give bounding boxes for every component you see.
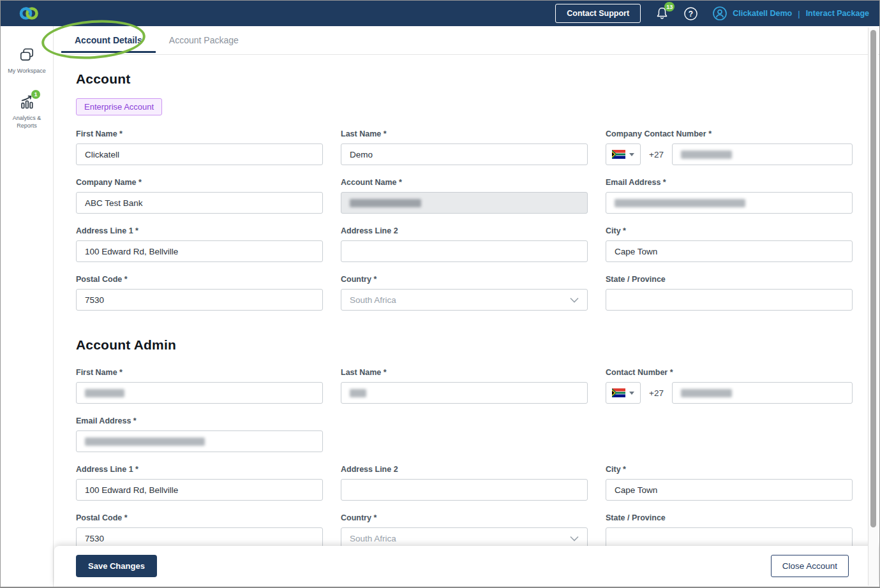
redacted-value xyxy=(85,437,205,446)
user-menu[interactable]: Clickatell Demo xyxy=(712,6,792,21)
notification-count-badge: 13 xyxy=(664,2,675,11)
close-account-button[interactable]: Close Account xyxy=(771,555,849,577)
company-contact-number-input[interactable] xyxy=(672,143,853,165)
field-admin-address-line-2: Address Line 2 xyxy=(341,465,588,501)
field-email-address: Email Address * xyxy=(606,178,853,214)
company-name-label: Company Name * xyxy=(76,178,323,187)
country-select[interactable]: South Africa xyxy=(341,289,588,311)
country-code-select[interactable] xyxy=(606,382,641,404)
admin-address-line-1-label: Address Line 1 * xyxy=(76,465,323,474)
tab-account-details[interactable]: Account Details xyxy=(61,26,156,54)
redacted-value xyxy=(85,389,124,397)
admin-address-line-2-label: Address Line 2 xyxy=(341,465,588,474)
first-name-input[interactable] xyxy=(76,143,323,165)
field-admin-first-name: First Name * xyxy=(76,368,323,404)
field-admin-contact-number: Contact Number * xyxy=(606,368,853,404)
address-line-1-label: Address Line 1 * xyxy=(76,226,323,235)
workspace-folder-icon xyxy=(18,47,36,63)
city-label: City * xyxy=(606,226,853,235)
country-selected-value: South Africa xyxy=(350,534,396,543)
field-account-name: Account Name * xyxy=(341,178,588,214)
action-footer: Save Changes Close Account xyxy=(54,546,878,585)
redacted-value xyxy=(350,199,421,207)
dial-code: +27 xyxy=(649,150,664,159)
interact-package-link[interactable]: Interact Package xyxy=(806,9,869,18)
scrollbar-thumb[interactable] xyxy=(870,30,876,527)
postal-code-label: Postal Code * xyxy=(76,275,323,284)
city-input[interactable] xyxy=(606,240,853,262)
account-section-heading: Account xyxy=(76,71,853,87)
admin-first-name-input[interactable] xyxy=(76,382,323,404)
admin-last-name-label: Last Name * xyxy=(341,368,588,377)
field-admin-last-name: Last Name * xyxy=(341,368,588,404)
admin-last-name-input[interactable] xyxy=(341,382,588,404)
field-admin-state-province: State / Province xyxy=(606,513,853,549)
account-name-input xyxy=(341,192,588,214)
sidebar-item-label: Analytics & Reports xyxy=(6,114,47,129)
country-selected-value: South Africa xyxy=(350,295,396,305)
svg-text:?: ? xyxy=(689,9,693,18)
notifications-button[interactable]: 13 xyxy=(655,6,669,21)
help-button[interactable]: ? xyxy=(683,6,698,21)
dial-code: +27 xyxy=(649,388,664,398)
state-province-label: State / Province xyxy=(606,275,853,284)
first-name-label: First Name * xyxy=(76,129,323,138)
state-province-input[interactable] xyxy=(606,289,853,311)
field-company-contact-number: Company Contact Number * xyxy=(606,129,853,165)
field-admin-country: Country * South Africa xyxy=(341,513,588,549)
chevron-down-icon xyxy=(570,536,579,541)
field-admin-postal-code: Postal Code * xyxy=(76,513,323,549)
account-admin-form: First Name * Last Name * Contact Number … xyxy=(76,368,853,549)
address-line-1-input[interactable] xyxy=(76,240,323,262)
email-address-input[interactable] xyxy=(606,192,853,214)
admin-address-line-1-input[interactable] xyxy=(76,479,323,501)
account-form: First Name * Last Name * Company Contact… xyxy=(76,129,853,311)
admin-address-line-2-input[interactable] xyxy=(341,479,588,501)
postal-code-input[interactable] xyxy=(76,289,323,311)
sidebar-item-my-workspace[interactable]: My Workspace xyxy=(6,47,47,75)
top-navbar: Contact Support 13 ? xyxy=(1,1,879,26)
admin-postal-code-label: Postal Code * xyxy=(76,513,323,522)
account-name-label: Account Name * xyxy=(341,178,588,187)
last-name-label: Last Name * xyxy=(341,129,588,138)
chevron-down-icon xyxy=(629,153,634,156)
last-name-input[interactable] xyxy=(341,143,588,165)
company-name-input[interactable] xyxy=(76,192,323,214)
analytics-chart-icon: 1 xyxy=(18,94,36,110)
field-country: Country * South Africa xyxy=(341,275,588,311)
admin-country-label: Country * xyxy=(341,513,588,522)
chevron-down-icon xyxy=(570,297,579,303)
enterprise-account-badge: Enterprise Account xyxy=(76,98,162,115)
admin-state-province-label: State / Province xyxy=(606,513,853,522)
chevron-down-icon xyxy=(629,392,634,395)
sidebar-item-analytics-reports[interactable]: 1 Analytics & Reports xyxy=(6,94,47,129)
field-admin-address-line-1: Address Line 1 * xyxy=(76,465,323,501)
user-avatar-icon xyxy=(712,6,727,21)
admin-city-input[interactable] xyxy=(606,479,853,501)
redacted-value xyxy=(350,389,366,397)
nav-separator: | xyxy=(798,9,800,18)
admin-contact-number-input[interactable] xyxy=(672,382,853,404)
user-name: Clickatell Demo xyxy=(733,9,792,18)
country-code-select[interactable] xyxy=(606,143,641,165)
left-sidebar: My Workspace 1 Analytics & Reports xyxy=(1,26,54,587)
admin-email-address-input[interactable] xyxy=(76,430,323,452)
address-line-2-input[interactable] xyxy=(341,240,588,262)
save-changes-button[interactable]: Save Changes xyxy=(76,555,157,577)
admin-city-label: City * xyxy=(606,465,853,474)
field-state-province: State / Province xyxy=(606,275,853,311)
country-label: Country * xyxy=(341,275,588,284)
admin-email-address-label: Email Address * xyxy=(76,416,323,425)
vertical-scrollbar xyxy=(868,27,878,585)
field-postal-code: Postal Code * xyxy=(76,275,323,311)
app-window: Contact Support 13 ? xyxy=(0,0,880,588)
field-admin-email-address: Email Address * xyxy=(76,416,323,452)
clickatell-logo-icon[interactable] xyxy=(19,4,39,22)
account-admin-section-heading: Account Admin xyxy=(76,337,853,353)
address-line-2-label: Address Line 2 xyxy=(341,226,588,235)
analytics-count-badge: 1 xyxy=(31,90,40,99)
tab-account-package[interactable]: Account Package xyxy=(156,26,252,54)
redacted-value xyxy=(681,151,732,159)
redacted-value xyxy=(615,199,745,207)
contact-support-button[interactable]: Contact Support xyxy=(555,4,641,23)
